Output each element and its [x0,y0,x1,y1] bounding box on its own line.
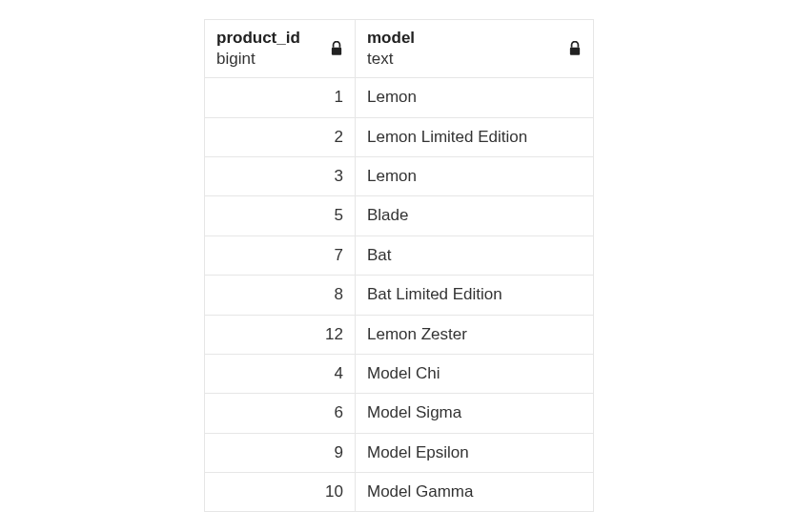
cell-product-id: 8 [205,276,356,315]
column-type: text [367,49,582,70]
cell-model: Model Sigma [356,394,594,433]
column-name: product_id [216,28,343,49]
cell-model: Model Epsilon [356,433,594,472]
table-row[interactable]: 3 Lemon [205,156,594,195]
cell-model: Model Chi [356,354,594,393]
svg-rect-0 [332,48,341,55]
cell-model: Lemon [356,78,594,117]
lock-icon [568,41,582,56]
column-header-product-id[interactable]: product_id bigint [205,20,356,78]
cell-model: Blade [356,196,594,235]
cell-product-id: 10 [205,473,356,512]
cell-model: Bat [356,235,594,275]
cell-product-id: 7 [205,235,356,275]
cell-product-id: 4 [205,354,356,393]
column-type: bigint [216,49,343,70]
cell-product-id: 3 [205,156,356,195]
table-row[interactable]: 9 Model Epsilon [205,433,594,472]
cell-product-id: 12 [205,315,356,354]
cell-product-id: 5 [205,196,356,235]
result-table: product_id bigint model text 1 Le [204,19,594,512]
table-row[interactable]: 2 Lemon Limited Edition [205,117,594,156]
table-row[interactable]: 7 Bat [205,235,594,275]
column-header-model[interactable]: model text [356,20,594,78]
svg-rect-1 [570,48,580,55]
table-header-row: product_id bigint model text [205,20,594,78]
table-row[interactable]: 8 Bat Limited Edition [205,276,594,315]
lock-icon [330,41,343,56]
cell-model: Bat Limited Edition [356,276,594,315]
table-row[interactable]: 5 Blade [205,196,594,235]
table-row[interactable]: 6 Model Sigma [205,394,594,433]
cell-model: Lemon Limited Edition [356,117,594,156]
cell-product-id: 2 [205,117,356,156]
table-body: 1 Lemon 2 Lemon Limited Edition 3 Lemon … [205,78,594,512]
cell-model: Lemon Zester [356,315,594,354]
cell-model: Lemon [356,156,594,195]
table-row[interactable]: 10 Model Gamma [205,473,594,512]
cell-product-id: 1 [205,78,356,117]
cell-product-id: 9 [205,433,356,472]
table-row[interactable]: 12 Lemon Zester [205,315,594,354]
column-name: model [367,28,582,49]
table-row[interactable]: 1 Lemon [205,78,594,117]
result-table-container: product_id bigint model text 1 Le [204,19,594,512]
cell-model: Model Gamma [356,473,594,512]
table-row[interactable]: 4 Model Chi [205,354,594,393]
cell-product-id: 6 [205,394,356,433]
